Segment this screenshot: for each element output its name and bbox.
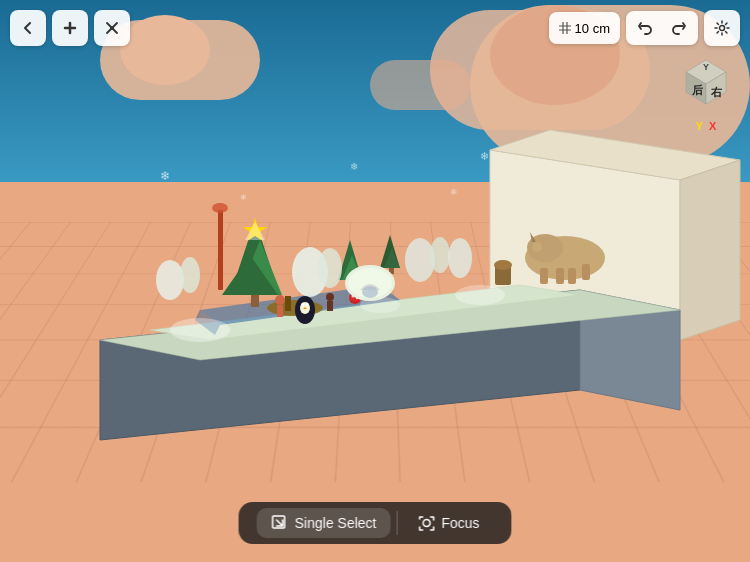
svg-point-46 bbox=[275, 295, 285, 305]
toolbar-divider bbox=[396, 511, 397, 535]
svg-text:右: 右 bbox=[710, 86, 723, 98]
add-icon bbox=[62, 20, 78, 36]
undo-icon bbox=[637, 20, 653, 36]
svg-point-48 bbox=[326, 293, 334, 301]
orientation-cube[interactable]: 后 右 Y Y X bbox=[674, 50, 738, 122]
svg-rect-42 bbox=[568, 268, 576, 284]
back-icon bbox=[20, 20, 36, 36]
svg-text:❄: ❄ bbox=[160, 169, 170, 183]
undo-button[interactable] bbox=[630, 13, 660, 43]
add-button[interactable] bbox=[52, 10, 88, 46]
undo-redo-group bbox=[626, 11, 698, 45]
svg-marker-2 bbox=[680, 160, 740, 340]
svg-rect-40 bbox=[540, 268, 548, 284]
svg-point-28 bbox=[156, 260, 184, 300]
svg-rect-30 bbox=[218, 210, 223, 290]
focus-label: Focus bbox=[441, 515, 479, 531]
svg-text:❄: ❄ bbox=[480, 150, 489, 162]
redo-icon bbox=[671, 20, 687, 36]
svg-point-56 bbox=[170, 318, 230, 342]
svg-text:Y: Y bbox=[703, 62, 709, 72]
svg-marker-16 bbox=[245, 222, 265, 240]
settings-icon bbox=[714, 20, 730, 36]
svg-text:❄: ❄ bbox=[350, 161, 358, 172]
focus-icon bbox=[417, 514, 435, 532]
top-toolbar: 10 cm bbox=[10, 10, 740, 46]
focus-button[interactable]: Focus bbox=[403, 508, 493, 538]
cube-svg: 后 右 Y bbox=[674, 50, 738, 114]
svg-point-51 bbox=[494, 260, 512, 270]
svg-point-24 bbox=[318, 248, 342, 288]
single-select-label: Single Select bbox=[295, 515, 377, 531]
x-axis-label: X bbox=[709, 120, 716, 132]
settings-button[interactable] bbox=[704, 10, 740, 46]
svg-rect-15 bbox=[251, 295, 259, 307]
grid-size-button[interactable]: 10 cm bbox=[549, 12, 620, 44]
svg-rect-47 bbox=[277, 305, 283, 317]
svg-point-76 bbox=[423, 520, 430, 527]
svg-rect-49 bbox=[327, 301, 333, 311]
svg-point-61 bbox=[362, 286, 378, 298]
svg-point-57 bbox=[455, 285, 505, 305]
svg-point-31 bbox=[212, 203, 228, 213]
bottom-toolbar: Single Select Focus bbox=[239, 502, 512, 544]
svg-point-67 bbox=[110, 26, 114, 30]
snap-icon bbox=[104, 20, 120, 36]
svg-point-35 bbox=[302, 303, 305, 306]
svg-text:❄: ❄ bbox=[240, 193, 247, 202]
svg-rect-10 bbox=[285, 296, 291, 311]
single-select-icon bbox=[271, 514, 289, 532]
svg-point-26 bbox=[430, 237, 450, 273]
svg-text:后: 后 bbox=[691, 84, 703, 96]
svg-point-27 bbox=[448, 238, 472, 278]
redo-button[interactable] bbox=[664, 13, 694, 43]
svg-rect-41 bbox=[556, 268, 564, 284]
grid-icon bbox=[559, 22, 571, 34]
svg-point-29 bbox=[180, 257, 200, 293]
y-axis-label: Y bbox=[696, 120, 703, 132]
toolbar-left bbox=[10, 10, 130, 46]
snap-button[interactable] bbox=[94, 10, 130, 46]
svg-text:❄: ❄ bbox=[450, 187, 458, 197]
svg-point-68 bbox=[720, 26, 725, 31]
grid-size-label: 10 cm bbox=[575, 21, 610, 36]
viewport: ❄ ❄ ❄ ❄ ❄ bbox=[0, 0, 750, 562]
single-select-button[interactable]: Single Select bbox=[257, 508, 391, 538]
svg-point-36 bbox=[306, 303, 309, 306]
svg-point-44 bbox=[532, 242, 542, 252]
back-button[interactable] bbox=[10, 10, 46, 46]
toolbar-right: 10 cm bbox=[549, 10, 740, 46]
svg-rect-43 bbox=[582, 264, 590, 280]
scene-svg: ❄ ❄ ❄ ❄ ❄ bbox=[0, 0, 750, 562]
